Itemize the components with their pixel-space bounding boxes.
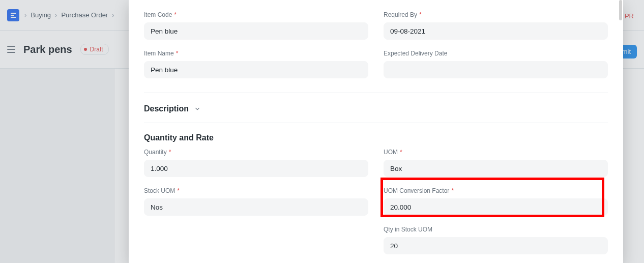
item-name-input[interactable] — [144, 61, 368, 78]
quantity-input[interactable] — [144, 160, 368, 177]
section-toggle-description[interactable]: Description — [144, 93, 608, 123]
section-title-quantity-and-rate: Quantity and Rate — [144, 123, 608, 147]
label-item-code: Item Code — [144, 11, 172, 18]
field-quantity: Quantity * — [144, 149, 368, 177]
field-stock-uom: Stock UOM * — [144, 187, 368, 216]
label-expected-delivery-date: Expected Delivery Date — [384, 50, 447, 57]
qty-in-stock-uom-input[interactable] — [384, 237, 608, 254]
label-required-by: Required By — [384, 11, 417, 18]
required-by-input[interactable] — [384, 22, 608, 40]
section-title-description: Description — [144, 104, 189, 113]
label-stock-uom: Stock UOM — [144, 187, 175, 194]
required-marker: * — [176, 50, 179, 57]
stock-uom-input[interactable] — [144, 198, 368, 216]
chevron-down-icon — [194, 105, 201, 112]
uom-input[interactable] — [384, 160, 608, 177]
scrollbar[interactable] — [619, 0, 622, 263]
scrollbar-thumb[interactable] — [619, 0, 622, 20]
label-item-name: Item Name — [144, 50, 174, 57]
required-marker: * — [400, 149, 402, 156]
label-uom-conversion-factor: UOM Conversion Factor — [384, 187, 449, 194]
item-code-input[interactable] — [144, 22, 368, 40]
label-uom: UOM — [384, 149, 398, 156]
required-marker: * — [419, 11, 422, 18]
item-dialog: Item Code * Item Name * Required By * — [129, 0, 623, 263]
field-uom: UOM * — [384, 149, 608, 177]
expected-delivery-date-input[interactable] — [384, 61, 608, 78]
required-marker: * — [169, 149, 171, 156]
field-item-code: Item Code * — [144, 11, 368, 40]
field-expected-delivery-date: Expected Delivery Date — [384, 50, 608, 78]
field-qty-in-stock-uom: Qty in Stock UOM — [384, 226, 608, 254]
field-item-name: Item Name * — [144, 50, 368, 78]
label-qty-in-stock-uom: Qty in Stock UOM — [384, 226, 432, 233]
field-uom-conversion-factor: UOM Conversion Factor * — [384, 187, 608, 216]
required-marker: * — [177, 187, 180, 194]
required-marker: * — [451, 187, 454, 194]
label-quantity: Quantity — [144, 149, 167, 156]
uom-conversion-factor-input[interactable] — [384, 198, 608, 216]
required-marker: * — [174, 11, 177, 18]
field-required-by: Required By * — [384, 11, 608, 40]
